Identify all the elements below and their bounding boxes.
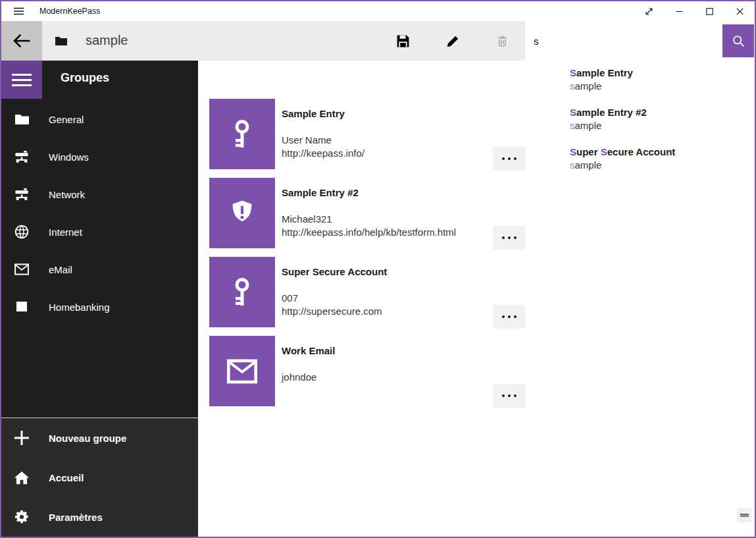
sidebar-item-homebanking[interactable]: Homebanking xyxy=(1,288,198,325)
delete-button[interactable] xyxy=(486,21,518,61)
trash-icon xyxy=(496,34,509,47)
sidebar: Groupes General Windows Network xyxy=(1,61,198,537)
ellipsis-icon xyxy=(502,394,505,397)
sidebar-item-label: eMail xyxy=(49,263,72,275)
pencil-icon xyxy=(447,35,459,47)
entry-details: johndoe xyxy=(282,371,316,384)
sidebar-item-label: Accueil xyxy=(49,472,84,483)
commandbar: sample xyxy=(1,21,755,61)
entry-more-button[interactable] xyxy=(493,305,525,329)
entry-row-super-secure-account: Super Secure Account 007 http://supersec… xyxy=(209,257,525,327)
minimize-button[interactable] xyxy=(664,1,694,21)
search-button[interactable] xyxy=(722,24,754,57)
plus-icon xyxy=(14,431,29,445)
minimize-icon xyxy=(676,8,683,15)
fullscreen-button[interactable] xyxy=(634,1,664,21)
app-window: ModernKeePass sample xyxy=(0,0,756,538)
sidebar-item-internet[interactable]: Internet xyxy=(1,213,198,250)
entry-tile[interactable] xyxy=(209,336,275,406)
entry-tile[interactable] xyxy=(209,178,275,248)
maximize-icon xyxy=(706,8,713,15)
sidebar-item-settings[interactable]: Paramètres xyxy=(1,497,198,537)
search-result-item[interactable]: Sample Entrysample xyxy=(570,67,747,93)
back-button[interactable] xyxy=(1,21,42,61)
entry-more-button[interactable] xyxy=(493,147,525,171)
sidebar-item-label: Windows xyxy=(49,151,89,162)
nav-toggle-button[interactable] xyxy=(1,61,42,99)
back-arrow-icon xyxy=(13,33,31,49)
sidebar-header: Groupes xyxy=(61,71,109,85)
entry-list: Sample Entry User Name http://keepass.in… xyxy=(209,99,525,415)
sidebar-item-label: Nouveau groupe xyxy=(49,433,126,444)
save-button[interactable] xyxy=(387,21,418,61)
system-menu-button[interactable] xyxy=(8,1,29,21)
diagonal-arrows-icon xyxy=(645,7,653,16)
entry-row-work-email: Work Email johndoe xyxy=(209,336,525,406)
group-folder-icon xyxy=(55,36,67,48)
dash-icon xyxy=(740,514,749,517)
search-result-title: Super Secure Account xyxy=(570,146,747,159)
gear-icon xyxy=(14,510,29,524)
app-title: ModernKeePass xyxy=(39,1,100,21)
search-result-subtitle: sample xyxy=(570,119,747,132)
entry-row-sample-entry-2: Sample Entry #2 Michael321 http://keepas… xyxy=(209,178,525,248)
search-result-subtitle: sample xyxy=(570,159,747,172)
entry-tile[interactable] xyxy=(209,257,275,327)
entry-more-button[interactable] xyxy=(493,226,525,250)
group-title: sample xyxy=(86,21,128,61)
ellipsis-icon xyxy=(502,157,505,160)
entry-row-sample-entry: Sample Entry User Name http://keepass.in… xyxy=(209,99,525,169)
mail-icon xyxy=(227,359,257,384)
ellipsis-icon xyxy=(502,315,505,318)
sidebar-item-email[interactable]: eMail xyxy=(1,250,198,288)
shield-exclamation-icon xyxy=(227,198,257,229)
entry-username: Michael321 xyxy=(282,213,456,226)
zoom-out-corner-button[interactable] xyxy=(737,508,751,522)
sidebar-item-general[interactable]: General xyxy=(1,100,198,138)
search-result-title: Sample Entry xyxy=(570,67,747,80)
entry-username: User Name xyxy=(282,134,365,147)
entry-url: http://keepass.info/ xyxy=(282,147,365,160)
entry-title: Sample Entry #2 xyxy=(282,187,359,198)
sidebar-item-label: General xyxy=(49,113,84,124)
globe-icon xyxy=(14,225,29,239)
entry-title: Work Email xyxy=(282,345,335,356)
sidebar-item-label: Paramètres xyxy=(49,512,103,523)
entry-title: Super Secure Account xyxy=(282,266,387,277)
entry-url: http://keepass.info/help/kb/testform.htm… xyxy=(282,226,456,239)
entry-tile[interactable] xyxy=(209,99,275,169)
key-icon xyxy=(226,119,258,150)
caption-buttons xyxy=(634,1,755,21)
close-button[interactable] xyxy=(724,1,755,21)
entry-details: User Name http://keepass.info/ xyxy=(282,134,365,160)
search-result-title: Sample Entry #2 xyxy=(570,106,747,119)
sidebar-item-windows[interactable]: Windows xyxy=(1,138,198,175)
entry-title: Sample Entry xyxy=(282,108,345,119)
entry-more-button[interactable] xyxy=(493,384,525,408)
sidebar-item-label: Internet xyxy=(49,226,82,237)
home-icon xyxy=(14,470,29,485)
search-result-item[interactable]: Sample Entry #2sample xyxy=(570,106,747,132)
mail-icon xyxy=(14,262,29,277)
search-input[interactable] xyxy=(534,21,685,61)
sidebar-item-new-group[interactable]: Nouveau groupe xyxy=(1,418,198,458)
search-box xyxy=(525,21,755,61)
search-icon xyxy=(732,34,745,48)
search-result-subtitle: sample xyxy=(570,80,747,93)
sidebar-item-home[interactable]: Accueil xyxy=(1,458,198,497)
maximize-button[interactable] xyxy=(694,1,724,21)
folder-icon xyxy=(14,112,29,126)
sidebar-footer: Nouveau groupe Accueil Paramètres xyxy=(1,417,198,537)
sidebar-item-network[interactable]: Network xyxy=(1,175,198,213)
network-icon xyxy=(14,187,29,202)
ellipsis-icon xyxy=(502,236,505,239)
sidebar-item-label: Network xyxy=(49,188,85,200)
search-result-item[interactable]: Super Secure Accountsample xyxy=(570,146,747,172)
entry-username: 007 xyxy=(282,292,382,305)
edit-button[interactable] xyxy=(437,21,468,61)
entry-details: Michael321 http://keepass.info/help/kb/t… xyxy=(282,213,456,239)
entry-username: johndoe xyxy=(282,371,316,384)
close-icon xyxy=(736,8,743,15)
entry-url: http://supersecure.com xyxy=(282,305,382,318)
hamburger-icon xyxy=(12,74,32,76)
